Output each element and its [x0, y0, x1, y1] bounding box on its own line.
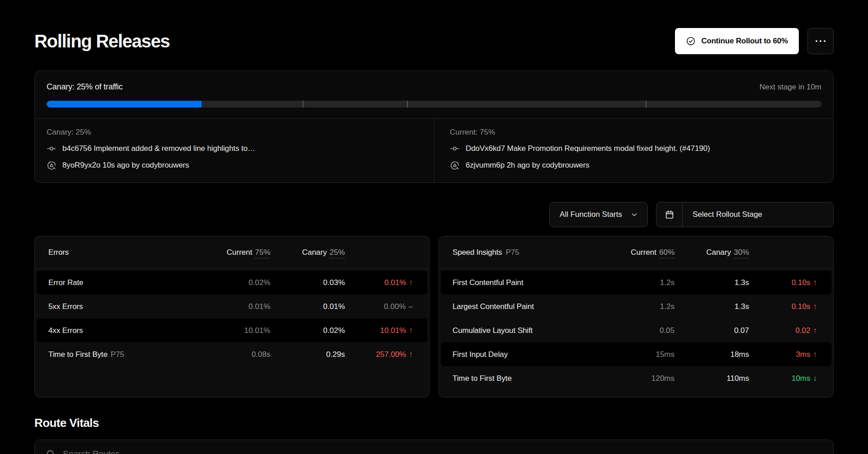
- table-row[interactable]: Time to First Byte 120ms 110ms 10ms↓: [441, 366, 831, 390]
- deployment-columns: Canary: 25% b4c6756 Implement added & re…: [35, 118, 833, 183]
- rolling-releases-page: Rolling Releases Continue Rollout to 60%…: [34, 28, 834, 454]
- canary-deployment-row[interactable]: 8yoR9yx2o 10s ago by codybrouwers: [47, 160, 422, 170]
- metrics-tables: Errors Current75% Canary25% Error Rate 0…: [34, 236, 834, 398]
- route-vitals-title: Route Vitals: [34, 416, 834, 430]
- errors-table-header: Errors Current75% Canary25%: [35, 236, 429, 269]
- table-row[interactable]: 5xx Errors 0.01% 0.01% 0.00%–: [37, 295, 427, 318]
- current-commit-row[interactable]: DdoVx6kd7 Make Promotion Requirements mo…: [450, 144, 821, 154]
- canary-commit-row[interactable]: b4c6756 Implement added & removed line h…: [47, 144, 422, 154]
- errors-table-title: Errors: [48, 248, 203, 257]
- current-deployment-text: 6zjvumm6p 2h ago by codybrouwers: [466, 161, 590, 170]
- canary-commit-text: b4c6756 Implement added & removed line h…: [62, 144, 255, 153]
- function-starts-select[interactable]: All Function Starts: [549, 202, 648, 227]
- errors-table-rows: Error Rate 0.02% 0.03% 0.01%↑ 5xx Errors…: [35, 269, 429, 368]
- deployment-icon: [450, 160, 460, 170]
- canary-progress-section: Canary: 25% of traffic Next stage in 10m: [35, 71, 833, 118]
- deployment-icon: [47, 160, 57, 170]
- speed-insights-table-title: Speed InsightsP75: [453, 248, 607, 257]
- canary-rollout-card: Canary: 25% of traffic Next stage in 10m…: [34, 70, 834, 183]
- table-row[interactable]: First Contentful Paint 1.2s 1.3s 0.10s↑: [441, 271, 831, 295]
- stage-tick: [407, 101, 408, 108]
- page-header: Rolling Releases Continue Rollout to 60%: [34, 28, 834, 54]
- table-row[interactable]: First Input Delay 15ms 18ms 3ms↑: [441, 342, 831, 366]
- errors-table: Errors Current75% Canary25% Error Rate 0…: [34, 236, 429, 398]
- canary-deployment-text: 8yoR9yx2o 10s ago by codybrouwers: [62, 161, 189, 170]
- canary-deployment-column: Canary: 25% b4c6756 Implement added & re…: [35, 119, 434, 183]
- canary-percent-label: Canary: 25%: [47, 128, 422, 137]
- table-row[interactable]: Error Rate 0.02% 0.03% 0.01%↑: [37, 271, 427, 295]
- git-commit-icon: [450, 144, 460, 154]
- rollout-progress-bar: [47, 101, 821, 108]
- function-starts-value: All Function Starts: [560, 210, 622, 219]
- chevron-down-icon: [630, 211, 638, 219]
- speed-insights-table-header: Speed InsightsP75 Current60% Canary30%: [439, 236, 833, 269]
- speed-current-column-header[interactable]: Current60%: [607, 248, 675, 257]
- current-percent-label: Current: 75%: [450, 128, 821, 137]
- rollout-progress-fill: [47, 101, 202, 108]
- ellipsis-icon: [816, 40, 826, 42]
- page-title: Rolling Releases: [34, 31, 170, 51]
- filters-row: All Function Starts Select Rollout Stage: [34, 202, 834, 227]
- header-actions: Continue Rollout to 60%: [675, 28, 834, 54]
- errors-current-column-header[interactable]: Current75%: [203, 248, 270, 257]
- speed-insights-table: Speed InsightsP75 Current60% Canary30% F…: [439, 236, 834, 398]
- continue-rollout-button[interactable]: Continue Rollout to 60%: [675, 28, 799, 54]
- stage-tick: [302, 101, 303, 108]
- search-routes-input[interactable]: [63, 449, 822, 454]
- speed-canary-column-header[interactable]: Canary30%: [675, 248, 749, 257]
- route-search-card: [34, 440, 834, 454]
- rollout-stage-picker[interactable]: Select Rollout Stage: [656, 202, 834, 227]
- canary-traffic-label: Canary: 25% of traffic: [47, 82, 123, 92]
- search-icon: [46, 449, 56, 454]
- table-row[interactable]: Time to First ByteP75 0.08s 0.29s 257.00…: [37, 342, 427, 366]
- errors-canary-column-header[interactable]: Canary25%: [270, 248, 345, 257]
- table-row[interactable]: Cumulative Layout Shift 0.05 0.07 0.02↑: [441, 318, 831, 342]
- git-commit-icon: [47, 144, 57, 154]
- current-deployment-column: Current: 75% DdoVx6kd7 Make Promotion Re…: [434, 119, 833, 183]
- next-stage-label: Next stage in 10m: [760, 83, 821, 92]
- stage-tick: [646, 101, 646, 108]
- check-circle-icon: [686, 36, 696, 46]
- current-commit-text: DdoVx6kd7 Make Promotion Requirements mo…: [466, 144, 710, 153]
- rollout-stage-label: Select Rollout Stage: [683, 202, 772, 227]
- table-row[interactable]: 4xx Errors 10.01% 0.02% 10.01%↑: [37, 318, 427, 342]
- speed-insights-table-rows: First Contentful Paint 1.2s 1.3s 0.10s↑ …: [439, 269, 833, 392]
- calendar-icon[interactable]: [656, 202, 683, 227]
- continue-rollout-label: Continue Rollout to 60%: [701, 37, 788, 46]
- table-row[interactable]: Largest Contentful Paint 1.2s 1.3s 0.10s…: [441, 295, 831, 318]
- current-deployment-row[interactable]: 6zjvumm6p 2h ago by codybrouwers: [450, 160, 821, 170]
- more-options-button[interactable]: [807, 28, 834, 54]
